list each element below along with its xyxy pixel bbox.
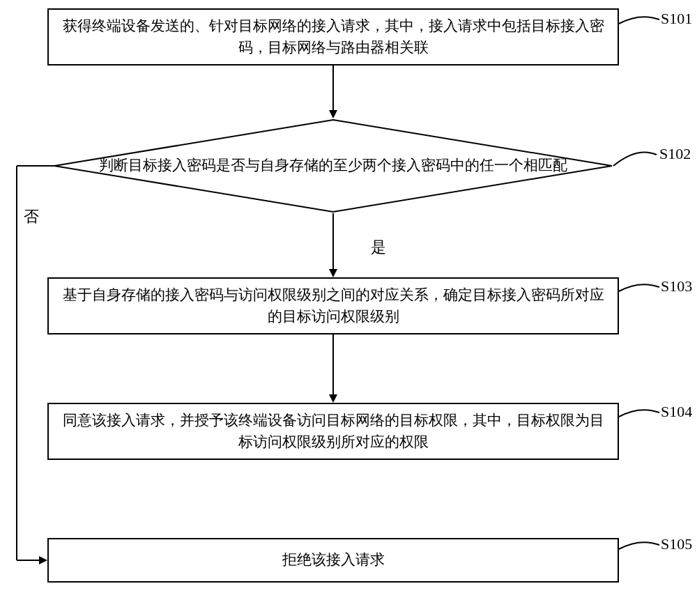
step-s103-text: 基于自身存储的接入密码与访问权限级别之间的对应关系，确定目标接入密码所对应的目标… <box>56 284 611 328</box>
step-s102-diamond: 判断目标接入密码是否与自身存储的至少两个接入密码中的任一个相匹配 <box>53 118 613 213</box>
svg-marker-4 <box>329 269 337 277</box>
step-s102-text: 判断目标接入密码是否与自身存储的至少两个接入密码中的任一个相匹配 <box>99 155 567 177</box>
leader-s101 <box>619 14 661 35</box>
step-s101-text: 获得终端设备发送的、针对目标网络的接入请求，其中，接入请求中包括目标接入密码，目… <box>56 15 611 59</box>
label-s105: S105 <box>661 535 692 553</box>
label-s103: S103 <box>661 277 692 295</box>
step-s104-box: 同意该接入请求，并授予该终端设备访问目标网络的目标权限，其中，目标权限为目标访问… <box>47 403 619 460</box>
step-s104-text: 同意该接入请求，并授予该终端设备访问目标网络的目标权限，其中，目标权限为目标访问… <box>56 410 611 454</box>
step-s101-box: 获得终端设备发送的、针对目标网络的接入请求，其中，接入请求中包括目标接入密码，目… <box>47 8 619 66</box>
svg-marker-10 <box>39 556 47 564</box>
arrow-s102-s103 <box>328 213 338 277</box>
label-s102: S102 <box>659 145 691 163</box>
leader-s103 <box>619 282 661 302</box>
leader-s104 <box>619 407 661 428</box>
svg-marker-1 <box>329 110 337 118</box>
arrow-s103-s104 <box>328 334 338 403</box>
step-s105-box: 拒绝该接入请求 <box>47 538 619 583</box>
leader-s105 <box>619 539 661 560</box>
svg-marker-6 <box>329 394 337 403</box>
edge-no: 否 <box>24 206 39 227</box>
label-s101: S101 <box>661 10 692 28</box>
step-s105-text: 拒绝该接入请求 <box>282 549 385 571</box>
label-s104: S104 <box>661 403 692 421</box>
leader-s102 <box>613 149 659 171</box>
arrow-s101-s102 <box>328 66 338 118</box>
edge-yes: 是 <box>371 237 386 258</box>
step-s103-box: 基于自身存储的接入密码与访问权限级别之间的对应关系，确定目标接入密码所对应的目标… <box>47 277 619 334</box>
